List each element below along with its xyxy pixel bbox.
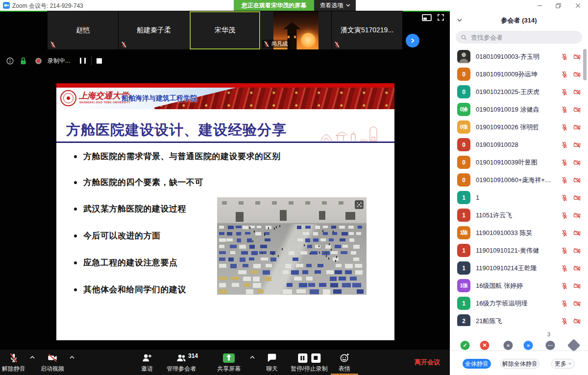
avatar: 1陈	[457, 226, 470, 239]
participant-row[interactable]: 1 16级力学班温明瑾	[450, 295, 588, 312]
toolbar-camera-off-button[interactable]: 启动视频	[39, 352, 66, 374]
screen-share-stage: 赵恺船建秦子柔宋华茂 尚凡成 潘文寅5170219...	[0, 11, 450, 375]
participant-row[interactable]: 0 019010910039叶昱图	[450, 154, 588, 171]
diamond-icon[interactable]	[567, 339, 581, 352]
view-options-button[interactable]: 查看选项	[314, 0, 356, 11]
mic-off-icon[interactable]	[561, 176, 568, 184]
camera-off-icon[interactable]	[573, 70, 581, 78]
camera-off-icon[interactable]	[573, 300, 581, 307]
toolbar-emoji-button[interactable]: 表情	[337, 352, 352, 374]
toolbar-chat-button[interactable]: 聊天	[264, 352, 280, 374]
participant-row[interactable]: 1 1	[450, 189, 588, 207]
mic-off-icon[interactable]	[561, 106, 568, 114]
search-input[interactable]	[470, 33, 577, 42]
mic-off-icon[interactable]	[561, 159, 568, 166]
avatar: 0	[457, 68, 470, 81]
toolbar-record-control-button[interactable]: 暂停/停止录制	[289, 352, 329, 374]
video-tile-4[interactable]: 尚凡成	[261, 11, 331, 49]
chevron-down-icon	[346, 4, 350, 7]
mic-off-icon[interactable]	[561, 88, 568, 96]
restore-button[interactable]	[551, 0, 565, 11]
participant-row[interactable]: 1 11051许云飞	[450, 207, 588, 224]
participant-row[interactable]: 1 119010910214王乾隆	[450, 259, 588, 277]
fullscreen-icon[interactable]	[437, 13, 445, 22]
muted-mic-icon	[263, 41, 270, 47]
video-tile-3[interactable]: 宋华茂	[190, 11, 260, 49]
more-button[interactable]: 更多	[551, 359, 575, 369]
participant-row[interactable]: 2 21船陈飞	[450, 312, 588, 326]
camera-off-icon[interactable]	[573, 247, 581, 255]
camera-off-icon[interactable]	[573, 141, 581, 149]
mic-off-icon[interactable]	[561, 247, 568, 255]
participant-row[interactable]: 0 019010910028	[450, 136, 588, 154]
pause-recording-icon[interactable]	[78, 57, 87, 65]
camera-off-icon[interactable]	[573, 264, 581, 272]
participant-row[interactable]: 1陈 119010910033 陈昊	[450, 224, 588, 242]
avatar: 1	[457, 244, 470, 257]
search-icon	[461, 34, 467, 41]
participant-row[interactable]: 0 018010910009孙远坤	[450, 66, 588, 83]
scrollbar-thumb[interactable]	[583, 49, 587, 80]
participants-icon	[175, 352, 187, 363]
mic-off-icon[interactable]	[561, 70, 568, 78]
participant-row[interactable]: 0 019010910060+庞海祥+船建学...	[450, 171, 588, 189]
no-x-icon[interactable]: ✕	[480, 341, 490, 350]
mic-off-icon	[8, 352, 20, 363]
mic-off-icon[interactable]	[561, 141, 568, 149]
camera-off-icon[interactable]	[573, 176, 581, 184]
unmute-all-button[interactable]: 解除全体静音	[500, 359, 539, 369]
mic-off-icon[interactable]	[561, 264, 568, 272]
gallery-view-icon[interactable]	[421, 14, 432, 22]
mic-off-icon[interactable]	[561, 123, 568, 131]
toolbar-menu-chevron-icon[interactable]	[28, 354, 36, 360]
video-tile-5[interactable]: 潘文寅5170219...	[332, 11, 402, 49]
participant-row[interactable]: 0 019010210025-王庆虎	[450, 83, 588, 101]
participant-row[interactable]: 1张 16级国航 张婷婷	[450, 277, 588, 295]
mic-off-icon[interactable]	[561, 194, 568, 202]
next-videos-button[interactable]	[406, 34, 419, 47]
more-feedback-icon[interactable]: ⋯	[546, 341, 555, 350]
camera-off-icon[interactable]	[573, 317, 581, 325]
leave-meeting-button[interactable]: 离开会议	[412, 357, 443, 367]
mic-off-icon[interactable]	[561, 317, 568, 325]
toolbar-menu-chevron-icon[interactable]	[248, 354, 256, 360]
toolbar-share-screen-button[interactable]: 共享屏幕	[215, 352, 243, 374]
toolbar-participants-button[interactable]: 314 管理参会者	[165, 352, 198, 374]
tile-name: 尚凡成	[271, 40, 288, 47]
mic-off-icon[interactable]	[561, 53, 568, 61]
close-button[interactable]	[570, 0, 585, 11]
camera-off-icon[interactable]	[573, 88, 581, 96]
slide-bullet: 武汉某方舱医院的建设过程	[74, 203, 186, 214]
meeting-info-icon[interactable]	[5, 56, 15, 66]
camera-off-icon[interactable]	[573, 53, 581, 61]
camera-off-icon[interactable]	[573, 229, 581, 237]
participant-row[interactable]: 0涂 019010910019 涂健垚	[450, 101, 588, 118]
toolbar-invite-button[interactable]: 邀请	[139, 352, 155, 374]
video-tile-2[interactable]: 船建秦子柔	[119, 11, 189, 49]
toolbar-mic-off-button[interactable]: 解除静音	[0, 352, 27, 374]
mic-off-icon[interactable]	[561, 229, 568, 237]
video-tile-1[interactable]: 赵恺	[48, 11, 118, 49]
camera-off-icon[interactable]	[573, 106, 581, 114]
toolbar-menu-chevron-icon[interactable]	[68, 354, 76, 360]
participant-name: 119010910121-黄伟健	[476, 242, 552, 259]
camera-off-icon[interactable]	[573, 159, 581, 166]
participant-row[interactable]: 018010910003-齐玉明	[450, 48, 588, 66]
mic-off-icon[interactable]	[561, 211, 568, 219]
stop-recording-icon[interactable]	[96, 57, 103, 65]
camera-off-icon[interactable]	[573, 123, 581, 131]
faster-icon[interactable]: »	[524, 341, 533, 350]
participant-row[interactable]: 0张 019010910026 张明哲	[450, 118, 588, 136]
mic-off-icon[interactable]	[561, 300, 568, 307]
mic-off-icon[interactable]	[561, 282, 568, 290]
camera-off-icon[interactable]	[573, 211, 581, 219]
toolbar-label: 共享屏幕	[217, 365, 241, 373]
camera-off-icon[interactable]	[573, 194, 581, 202]
camera-off-icon[interactable]	[573, 282, 581, 290]
slower-icon[interactable]: «	[504, 341, 513, 350]
yes-check-icon[interactable]: ✓	[461, 341, 470, 350]
mute-all-button[interactable]: 全体静音	[463, 359, 491, 369]
participant-row[interactable]: 1 119010910121-黄伟健	[450, 242, 588, 259]
minimize-button[interactable]	[532, 0, 547, 11]
avatar: 1	[457, 297, 470, 310]
